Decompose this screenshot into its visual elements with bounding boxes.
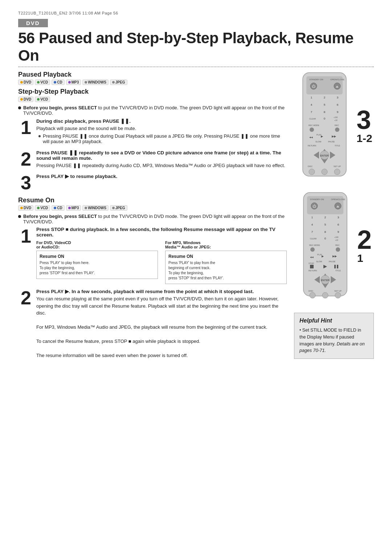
step-num-top-12: 1-2	[356, 133, 372, 144]
compat-mp3: MP3	[66, 80, 81, 85]
win-dot	[85, 81, 87, 84]
dvd-dot2	[20, 98, 23, 101]
svg-text:3: 3	[337, 96, 339, 99]
compat-cd: CD	[52, 80, 64, 85]
svg-text:8: 8	[324, 230, 326, 234]
resume-box-mp3-label: For MP3, WindowsMedia™ Audio or JPEG:	[165, 240, 287, 249]
svg-text:▶▶: ▶▶	[332, 255, 337, 258]
compat-jpeg: JPEG	[110, 80, 127, 85]
svg-text:STANDBY·ON: STANDBY·ON	[309, 78, 323, 81]
svg-text:PLAY: PLAY	[317, 254, 322, 256]
cd-dot	[54, 81, 56, 84]
svg-text:ENTER: ENTER	[321, 279, 330, 281]
step-num-top-3: 3	[356, 107, 371, 133]
resume-before-text: Before you begin, press SELECT to put th…	[23, 214, 287, 224]
svg-text:REC: REC	[335, 124, 339, 126]
svg-text:4: 4	[311, 103, 313, 106]
svg-text:5: 5	[324, 223, 326, 226]
svg-point-41	[309, 169, 315, 175]
resume-step-2-number: 2	[18, 288, 31, 307]
svg-text:2: 2	[324, 96, 326, 99]
sub-bullet-dot	[38, 135, 41, 137]
svg-point-90	[310, 292, 315, 298]
resume-box-dvd-label: For DVD, VideoCDor AudioCD:	[36, 240, 158, 249]
svg-text:STOP: STOP	[309, 262, 314, 264]
svg-rect-79	[337, 265, 338, 268]
svg-text:+100: +100	[334, 116, 338, 118]
jpeg-dot	[112, 81, 115, 84]
remote-top-svg: STANDBY·ON OPEN/CLOSE ⏻ ⏏ 1 2 3 4 5 6	[295, 71, 354, 180]
step-num-bottom-1: 1	[357, 253, 363, 264]
svg-point-23	[310, 127, 314, 132]
compat-vcd: VCD	[35, 80, 50, 85]
step-2-title: Press PAUSE ❚❚ repeatedly to see a DVD o…	[36, 150, 287, 161]
main-layout: Paused Playback DVD VCD CD MP3 WINDOWS J…	[18, 71, 374, 364]
resume-step-2-title: Press PLAY ▶. In a few seconds, playback…	[36, 288, 287, 294]
svg-text:◀◀: ◀◀	[310, 256, 314, 258]
remote-bottom-wrap: STANDBY·ON OPEN/CLOSE ⏻ ⏏ 1 2 3 4 5 6 7 …	[296, 191, 372, 300]
svg-text:▶▶: ▶▶	[332, 135, 336, 138]
resume-step-2-body: You can resume playing at the same point…	[36, 295, 287, 359]
svg-text:PLAY: PLAY	[317, 134, 322, 136]
svg-rect-78	[334, 265, 336, 268]
svg-text:9: 9	[338, 230, 339, 234]
svg-text:STANDBY·ON: STANDBY·ON	[310, 198, 324, 200]
bullet-dot-1	[18, 106, 21, 109]
page-container: T2221UB_T1201UB_EN2 3/7/06 11:08 AM Page…	[0, 0, 392, 555]
svg-text:⏏: ⏏	[336, 205, 339, 208]
step-3-number: 3	[18, 173, 31, 192]
svg-text:4: 4	[311, 223, 313, 226]
svg-text:SLOW: SLOW	[316, 260, 322, 263]
vcd-dot3	[37, 207, 40, 209]
resume-step-1-number: 1	[18, 227, 31, 246]
svg-text:9: 9	[337, 110, 339, 114]
compat-vcd3: VCD	[35, 205, 50, 211]
resume-box-mp3-title: Resume ON	[168, 254, 283, 259]
svg-text:TITLE: TITLE	[335, 145, 340, 147]
helpful-hint-italic: Details are on pages 70-71.	[299, 341, 365, 353]
step-1-body: Playback will pause and the sound will b…	[36, 125, 287, 132]
svg-text:7: 7	[311, 230, 313, 234]
svg-point-42	[322, 169, 327, 175]
svg-point-67	[310, 247, 315, 252]
svg-text:REC MODE: REC MODE	[309, 244, 320, 246]
mp3-dot	[68, 81, 71, 84]
step-3: 3 Press PLAY ▶ to resume playback.	[18, 173, 287, 192]
vcd-dot	[37, 81, 40, 84]
compat-windows: WINDOWS	[82, 80, 109, 85]
compat-mp33: MP3	[66, 205, 81, 211]
svg-text:RETURN: RETURN	[309, 270, 317, 272]
step-nums-top: 3 1-2	[356, 107, 372, 144]
svg-point-91	[322, 292, 328, 298]
resume-box-dvd: Resume ON Press 'PLAY' to play from here…	[36, 251, 158, 279]
step-num-bottom-2: 2	[357, 227, 372, 253]
svg-text:2: 2	[324, 216, 326, 219]
svg-point-92	[335, 292, 341, 298]
svg-point-43	[334, 169, 340, 175]
step-1-content: During disc playback, press PAUSE ❚❚. Pl…	[36, 118, 287, 145]
svg-text:SLOW: SLOW	[315, 141, 322, 143]
svg-text:SET·UP: SET·UP	[334, 290, 342, 292]
svg-text:+10: +10	[335, 239, 338, 241]
resume-step-2: 2 Press PLAY ▶. In a few seconds, playba…	[18, 288, 287, 359]
dvd-badge: DVD	[18, 19, 48, 27]
main-title: 56 Paused and Step-by-Step Playback, Res…	[18, 29, 374, 64]
svg-text:CLEAR: CLEAR	[309, 118, 316, 120]
jpeg-dot3	[112, 207, 115, 209]
compat-dvd3: DVD	[18, 205, 33, 211]
left-column: Paused Playback DVD VCD CD MP3 WINDOWS J…	[18, 71, 287, 364]
step-1-sub-text: Pressing PAUSE ❚❚ once during Dual Playb…	[43, 133, 287, 144]
svg-point-24	[335, 127, 339, 132]
step-nums-bottom: 2 1	[357, 227, 372, 264]
resume-before-begin: Before you begin, press SELECT to put th…	[18, 214, 287, 224]
step-by-step-heading: Step-by-Step Playback	[18, 88, 287, 96]
resume-box-mp3-wrap: For MP3, WindowsMedia™ Audio or JPEG: Re…	[165, 240, 287, 284]
compat-dvd2: DVD	[18, 97, 33, 102]
svg-text:0: 0	[324, 117, 326, 120]
svg-rect-76	[310, 265, 314, 268]
resume-compat-icons: DVD VCD CD MP3 WINDOWS JPEG	[18, 205, 287, 211]
cd-dot3	[54, 207, 56, 209]
paused-playback-heading: Paused Playback	[18, 71, 287, 78]
svg-text:◀◀: ◀◀	[309, 136, 313, 138]
svg-text:PAUSE: PAUSE	[329, 260, 336, 263]
